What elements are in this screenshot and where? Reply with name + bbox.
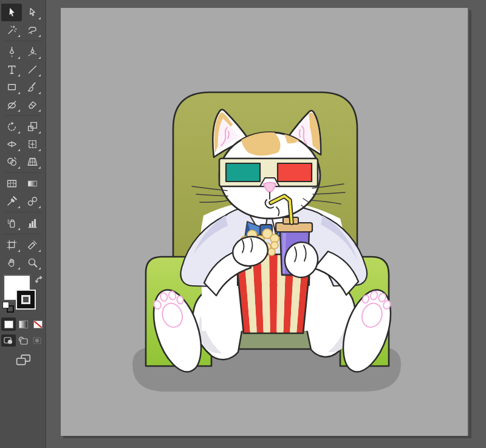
symbol-sprayer-tool[interactable]: [1, 214, 22, 232]
lasso-tool[interactable]: [22, 21, 43, 39]
blend-icon: [27, 195, 38, 207]
shaper-tool[interactable]: [1, 96, 22, 114]
rectangle-tool[interactable]: [1, 78, 22, 96]
toolbar-divider: [5, 172, 41, 173]
eyedropper-icon: [6, 195, 18, 207]
line-segment-tool[interactable]: [22, 61, 43, 78]
app-window: [0, 0, 486, 448]
direct-selection-tool[interactable]: [22, 4, 43, 21]
toolbar-divider: [5, 212, 41, 212]
tool-grid: [1, 4, 45, 271]
scale-icon: [27, 121, 38, 132]
document-canvas[interactable]: [0, 0, 486, 448]
draw-inside-button[interactable]: [30, 334, 45, 347]
draw-normal-button[interactable]: [1, 334, 16, 347]
zoom-tool[interactable]: [22, 254, 43, 271]
column-graph-icon: [27, 217, 38, 229]
gradient-icon: [19, 321, 28, 328]
eraser-icon: [27, 99, 38, 110]
none-button[interactable]: [30, 317, 45, 331]
rotate-icon: [6, 121, 18, 132]
eyedropper-tool[interactable]: [1, 192, 22, 210]
draw-inside-icon: [32, 336, 43, 345]
selection-icon: [6, 7, 18, 18]
perspective-grid-tool[interactable]: [22, 153, 43, 171]
lasso-icon: [27, 24, 38, 36]
appearance-buttons: [1, 317, 45, 331]
artboard-shadow-bottom: [63, 436, 471, 438]
swap-fill-stroke-icon[interactable]: [35, 276, 44, 285]
screen-mode-icon[interactable]: [16, 354, 32, 366]
gradient-button[interactable]: [16, 317, 30, 331]
stroke-swatch[interactable]: [16, 290, 36, 310]
draw-behind-icon: [18, 336, 29, 345]
paintbrush-tool[interactable]: [22, 78, 43, 96]
shaper-icon: [6, 99, 18, 110]
draw-behind-button[interactable]: [16, 334, 30, 347]
draw-normal-icon: [3, 336, 14, 345]
slice-icon: [27, 239, 38, 251]
zoom-icon: [27, 257, 38, 268]
rotate-tool[interactable]: [1, 118, 22, 135]
toolbar-divider: [5, 234, 41, 234]
tools-panel: [0, 0, 46, 448]
gradient-tool[interactable]: [22, 175, 43, 192]
width-icon: [6, 138, 18, 150]
lens-right: [278, 163, 312, 182]
free-transform-tool[interactable]: [22, 135, 43, 153]
blend-tool[interactable]: [22, 192, 43, 210]
fill-stroke-controls: [0, 275, 46, 314]
free-transform-icon: [27, 138, 38, 150]
drawing-mode-buttons: [1, 334, 45, 347]
magic-wand-icon: [6, 24, 18, 36]
slice-tool[interactable]: [22, 236, 43, 254]
shape-builder-icon: [6, 156, 18, 168]
pen-icon: [6, 46, 18, 58]
symbol-sprayer-icon: [6, 217, 18, 229]
line-segment-icon: [27, 64, 38, 75]
eraser-tool[interactable]: [22, 96, 43, 114]
scale-tool[interactable]: [22, 118, 43, 135]
width-tool[interactable]: [1, 135, 22, 153]
magic-wand-tool[interactable]: [1, 21, 22, 39]
column-graph-tool[interactable]: [22, 214, 43, 232]
none-icon: [33, 321, 43, 328]
artboard-shadow-right: [469, 10, 471, 438]
perspective-grid-icon: [27, 156, 38, 168]
direct-selection-icon: [27, 7, 38, 18]
lens-left: [226, 163, 260, 182]
shape-builder-tool[interactable]: [1, 153, 22, 171]
pen-tool[interactable]: [1, 43, 22, 61]
hand-tool[interactable]: [1, 254, 22, 271]
curvature-icon: [27, 46, 38, 58]
color-icon: [4, 321, 13, 328]
toolbar-divider: [5, 115, 41, 116]
gradient-icon: [27, 178, 38, 189]
artboard-icon: [6, 239, 18, 251]
hand-icon: [6, 257, 18, 268]
type-icon: [6, 64, 18, 75]
selection-tool[interactable]: [1, 4, 22, 21]
default-fill-stroke-icon[interactable]: [2, 302, 13, 312]
type-tool[interactable]: [1, 61, 22, 78]
toolbar-divider: [5, 41, 41, 41]
artboard-tool[interactable]: [1, 236, 22, 254]
color-button[interactable]: [1, 317, 16, 331]
mesh-icon: [6, 178, 18, 189]
curvature-tool[interactable]: [22, 43, 43, 61]
mesh-tool[interactable]: [1, 175, 22, 192]
paintbrush-icon: [27, 81, 38, 93]
rectangle-icon: [6, 81, 18, 93]
